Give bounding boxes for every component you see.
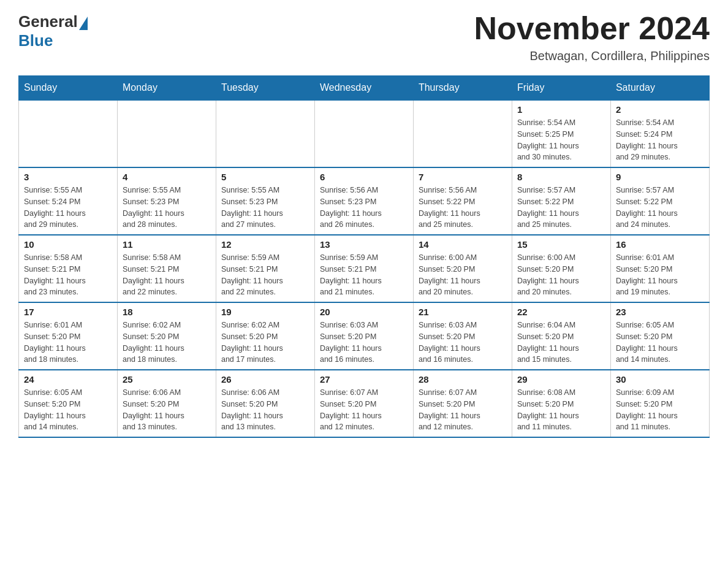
- day-number: 17: [24, 307, 112, 317]
- calendar-cell: 14Sunrise: 6:00 AMSunset: 5:20 PMDayligh…: [413, 235, 512, 302]
- day-info: Sunrise: 6:03 AMSunset: 5:20 PMDaylight:…: [320, 320, 408, 366]
- calendar-cell: 23Sunrise: 6:05 AMSunset: 5:20 PMDayligh…: [610, 302, 709, 370]
- calendar-cell: [314, 100, 413, 167]
- calendar-cell: 28Sunrise: 6:07 AMSunset: 5:20 PMDayligh…: [413, 370, 512, 437]
- day-info: Sunrise: 6:00 AMSunset: 5:20 PMDaylight:…: [419, 252, 507, 298]
- calendar-cell: 25Sunrise: 6:06 AMSunset: 5:20 PMDayligh…: [117, 370, 216, 437]
- day-info: Sunrise: 5:57 AMSunset: 5:22 PMDaylight:…: [517, 185, 605, 231]
- location-subtitle: Betwagan, Cordillera, Philippines: [474, 49, 710, 63]
- calendar-cell: 20Sunrise: 6:03 AMSunset: 5:20 PMDayligh…: [314, 302, 413, 370]
- day-number: 12: [221, 239, 309, 250]
- calendar-cell: 4Sunrise: 5:55 AMSunset: 5:23 PMDaylight…: [117, 167, 216, 235]
- weekday-header-tuesday: Tuesday: [216, 76, 314, 101]
- day-info: Sunrise: 6:01 AMSunset: 5:20 PMDaylight:…: [616, 252, 704, 298]
- day-info: Sunrise: 6:06 AMSunset: 5:20 PMDaylight:…: [221, 387, 309, 433]
- day-number: 6: [320, 172, 408, 182]
- day-info: Sunrise: 5:54 AMSunset: 5:24 PMDaylight:…: [616, 117, 704, 163]
- day-info: Sunrise: 6:07 AMSunset: 5:20 PMDaylight:…: [320, 387, 408, 433]
- day-info: Sunrise: 5:54 AMSunset: 5:25 PMDaylight:…: [517, 117, 605, 163]
- day-number: 4: [123, 172, 211, 182]
- calendar-cell: [216, 100, 314, 167]
- weekday-header-thursday: Thursday: [413, 76, 512, 101]
- calendar-week-row: 1Sunrise: 5:54 AMSunset: 5:25 PMDaylight…: [19, 100, 710, 167]
- weekday-header-row: SundayMondayTuesdayWednesdayThursdayFrid…: [19, 76, 710, 101]
- day-info: Sunrise: 6:00 AMSunset: 5:20 PMDaylight:…: [517, 252, 605, 298]
- calendar-cell: 7Sunrise: 5:56 AMSunset: 5:22 PMDaylight…: [413, 167, 512, 235]
- calendar-cell: 19Sunrise: 6:02 AMSunset: 5:20 PMDayligh…: [216, 302, 314, 370]
- day-info: Sunrise: 6:03 AMSunset: 5:20 PMDaylight:…: [419, 320, 507, 366]
- day-number: 1: [517, 104, 605, 115]
- day-number: 11: [123, 239, 211, 250]
- day-info: Sunrise: 5:58 AMSunset: 5:21 PMDaylight:…: [123, 252, 211, 298]
- logo: General Blue: [18, 12, 89, 50]
- calendar-cell: 1Sunrise: 5:54 AMSunset: 5:25 PMDaylight…: [512, 100, 610, 167]
- day-number: 28: [419, 374, 507, 385]
- weekday-header-saturday: Saturday: [610, 76, 709, 101]
- calendar-week-row: 3Sunrise: 5:55 AMSunset: 5:24 PMDaylight…: [19, 167, 710, 235]
- day-info: Sunrise: 6:06 AMSunset: 5:20 PMDaylight:…: [123, 387, 211, 433]
- calendar-cell: 3Sunrise: 5:55 AMSunset: 5:24 PMDaylight…: [19, 167, 118, 235]
- day-info: Sunrise: 5:57 AMSunset: 5:22 PMDaylight:…: [616, 185, 704, 231]
- day-number: 3: [24, 172, 112, 182]
- day-number: 15: [517, 239, 605, 250]
- day-number: 14: [419, 239, 507, 250]
- day-number: 2: [616, 104, 704, 115]
- calendar-cell: 22Sunrise: 6:04 AMSunset: 5:20 PMDayligh…: [512, 302, 610, 370]
- calendar-cell: 30Sunrise: 6:09 AMSunset: 5:20 PMDayligh…: [610, 370, 709, 437]
- day-number: 20: [320, 307, 408, 317]
- day-info: Sunrise: 5:58 AMSunset: 5:21 PMDaylight:…: [24, 252, 112, 298]
- calendar-cell: 18Sunrise: 6:02 AMSunset: 5:20 PMDayligh…: [117, 302, 216, 370]
- day-info: Sunrise: 6:02 AMSunset: 5:20 PMDaylight:…: [123, 320, 211, 366]
- calendar-cell: 26Sunrise: 6:06 AMSunset: 5:20 PMDayligh…: [216, 370, 314, 437]
- calendar-cell: 10Sunrise: 5:58 AMSunset: 5:21 PMDayligh…: [19, 235, 118, 302]
- calendar-week-row: 17Sunrise: 6:01 AMSunset: 5:20 PMDayligh…: [19, 302, 710, 370]
- calendar-cell: [117, 100, 216, 167]
- calendar-table: SundayMondayTuesdayWednesdayThursdayFrid…: [18, 75, 710, 438]
- day-info: Sunrise: 6:01 AMSunset: 5:20 PMDaylight:…: [24, 320, 112, 366]
- calendar-week-row: 10Sunrise: 5:58 AMSunset: 5:21 PMDayligh…: [19, 235, 710, 302]
- weekday-header-friday: Friday: [512, 76, 610, 101]
- calendar-cell: 5Sunrise: 5:55 AMSunset: 5:23 PMDaylight…: [216, 167, 314, 235]
- calendar-cell: 16Sunrise: 6:01 AMSunset: 5:20 PMDayligh…: [610, 235, 709, 302]
- calendar-cell: 6Sunrise: 5:56 AMSunset: 5:23 PMDaylight…: [314, 167, 413, 235]
- day-number: 9: [616, 172, 704, 182]
- weekday-header-wednesday: Wednesday: [314, 76, 413, 101]
- calendar-cell: 29Sunrise: 6:08 AMSunset: 5:20 PMDayligh…: [512, 370, 610, 437]
- calendar-cell: 17Sunrise: 6:01 AMSunset: 5:20 PMDayligh…: [19, 302, 118, 370]
- day-number: 30: [616, 374, 704, 385]
- day-info: Sunrise: 5:55 AMSunset: 5:24 PMDaylight:…: [24, 185, 112, 231]
- day-info: Sunrise: 6:08 AMSunset: 5:20 PMDaylight:…: [517, 387, 605, 433]
- calendar-cell: 21Sunrise: 6:03 AMSunset: 5:20 PMDayligh…: [413, 302, 512, 370]
- day-number: 27: [320, 374, 408, 385]
- calendar-cell: [19, 100, 118, 167]
- day-number: 7: [419, 172, 507, 182]
- calendar-cell: 11Sunrise: 5:58 AMSunset: 5:21 PMDayligh…: [117, 235, 216, 302]
- day-info: Sunrise: 5:59 AMSunset: 5:21 PMDaylight:…: [221, 252, 309, 298]
- day-info: Sunrise: 5:55 AMSunset: 5:23 PMDaylight:…: [221, 185, 309, 231]
- day-info: Sunrise: 6:05 AMSunset: 5:20 PMDaylight:…: [616, 320, 704, 366]
- day-number: 25: [123, 374, 211, 385]
- calendar-cell: 2Sunrise: 5:54 AMSunset: 5:24 PMDaylight…: [610, 100, 709, 167]
- day-number: 21: [419, 307, 507, 317]
- day-number: 19: [221, 307, 309, 317]
- title-section: November 2024 Betwagan, Cordillera, Phil…: [474, 12, 710, 63]
- day-info: Sunrise: 5:56 AMSunset: 5:23 PMDaylight:…: [320, 185, 408, 231]
- day-info: Sunrise: 6:04 AMSunset: 5:20 PMDaylight:…: [517, 320, 605, 366]
- day-number: 23: [616, 307, 704, 317]
- day-info: Sunrise: 6:09 AMSunset: 5:20 PMDaylight:…: [616, 387, 704, 433]
- day-number: 13: [320, 239, 408, 250]
- calendar-week-row: 24Sunrise: 6:05 AMSunset: 5:20 PMDayligh…: [19, 370, 710, 437]
- day-info: Sunrise: 6:02 AMSunset: 5:20 PMDaylight:…: [221, 320, 309, 366]
- day-number: 26: [221, 374, 309, 385]
- weekday-header-monday: Monday: [117, 76, 216, 101]
- calendar-cell: 27Sunrise: 6:07 AMSunset: 5:20 PMDayligh…: [314, 370, 413, 437]
- day-info: Sunrise: 5:59 AMSunset: 5:21 PMDaylight:…: [320, 252, 408, 298]
- logo-triangle-icon: [79, 17, 88, 30]
- day-number: 18: [123, 307, 211, 317]
- day-info: Sunrise: 6:07 AMSunset: 5:20 PMDaylight:…: [419, 387, 507, 433]
- logo-general-text: General: [18, 12, 78, 31]
- day-number: 16: [616, 239, 704, 250]
- calendar-cell: 13Sunrise: 5:59 AMSunset: 5:21 PMDayligh…: [314, 235, 413, 302]
- logo-blue-text: Blue: [18, 31, 53, 50]
- page-header: General Blue November 2024 Betwagan, Cor…: [18, 12, 710, 63]
